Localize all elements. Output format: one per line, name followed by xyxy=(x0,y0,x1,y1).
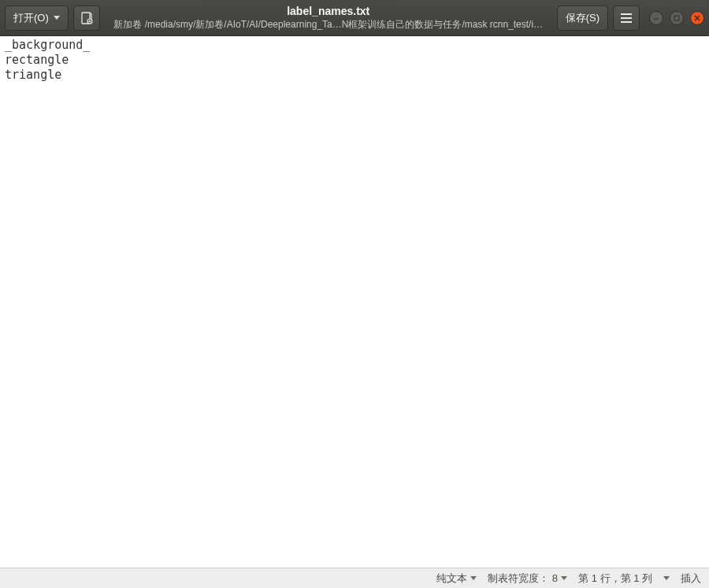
new-document-icon xyxy=(80,12,93,24)
insert-mode[interactable]: 插入 xyxy=(681,571,701,586)
window-controls xyxy=(649,11,704,25)
filetype-label: 纯文本 xyxy=(436,571,467,586)
menu-button[interactable] xyxy=(613,6,640,31)
window-title: label_names.txt xyxy=(287,5,369,19)
chevron-down-icon xyxy=(663,576,670,580)
filetype-selector[interactable]: 纯文本 xyxy=(436,571,477,586)
close-button[interactable] xyxy=(690,11,704,25)
text-editor[interactable]: _background_ rectangle triangle xyxy=(0,36,709,568)
new-document-button[interactable] xyxy=(73,6,100,31)
minimize-button[interactable] xyxy=(649,11,663,25)
chevron-down-icon xyxy=(54,16,60,20)
status-bar: 纯文本 制表符宽度： 8 第 1 行，第 1 列 插入 xyxy=(0,568,709,588)
tabwidth-value: 8 xyxy=(552,572,558,584)
maximize-button[interactable] xyxy=(670,11,684,25)
cursor-position[interactable]: 第 1 行，第 1 列 xyxy=(578,571,652,586)
tabwidth-label: 制表符宽度： xyxy=(488,571,549,586)
header-bar: 打开(O) label_names.txt 新加卷 /media/smy/新加卷… xyxy=(0,0,709,36)
position-label: 第 1 行，第 1 列 xyxy=(578,571,652,586)
svg-rect-5 xyxy=(674,16,679,20)
window-subtitle: 新加卷 /media/smy/新加卷/AIoT/AI/Deeplearning_… xyxy=(113,19,543,31)
open-button[interactable]: 打开(O) xyxy=(5,6,69,31)
insert-label: 插入 xyxy=(681,571,701,586)
chevron-down-icon xyxy=(561,576,567,580)
save-label: 保存(S) xyxy=(566,11,599,25)
hamburger-icon xyxy=(621,13,632,23)
open-label: 打开(O) xyxy=(13,11,49,25)
chevron-down-icon xyxy=(470,576,477,580)
title-block: label_names.txt 新加卷 /media/smy/新加卷/AIoT/… xyxy=(105,5,552,31)
save-button[interactable]: 保存(S) xyxy=(557,6,608,31)
tabwidth-selector[interactable]: 制表符宽度： 8 xyxy=(488,571,567,586)
